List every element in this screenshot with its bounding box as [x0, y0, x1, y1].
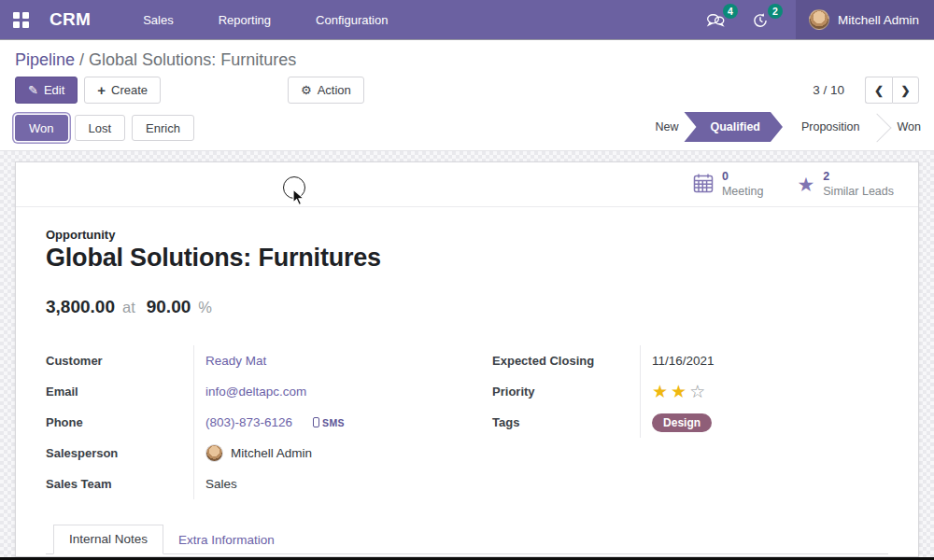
- percent-sign: %: [198, 299, 212, 316]
- priority-star-2[interactable]: ★: [671, 383, 686, 400]
- right-field-group: Expected Closing 11/16/2021 Priority ★ ★…: [492, 345, 888, 499]
- left-field-group: Customer Ready Mat Email info@deltapc.co…: [46, 345, 442, 499]
- similar-leads-label: Similar Leads: [823, 185, 894, 200]
- user-name: Mitchell Admin: [838, 13, 919, 27]
- phone-label: Phone: [46, 415, 193, 429]
- salesperson-row: Salesperson Mitchell Admin: [46, 438, 442, 469]
- messages-badge: 4: [723, 4, 738, 19]
- sms-button[interactable]: SMS: [313, 417, 345, 428]
- priority-label: Priority: [492, 385, 640, 399]
- tags-label: Tags: [492, 415, 640, 429]
- menu-reporting[interactable]: Reporting: [200, 2, 290, 38]
- customer-row: Customer Ready Mat: [46, 345, 442, 376]
- enrich-button[interactable]: Enrich: [132, 115, 194, 141]
- expected-revenue-value: 3,800.00: [46, 297, 115, 317]
- phone-row: Phone (803)-873-6126 SMS: [46, 407, 442, 438]
- opportunity-form-card: 0 Meeting ★ 2 Similar Leads Opportunity …: [15, 161, 919, 557]
- sales-team-row: Sales Team Sales: [46, 469, 442, 499]
- probability-value: 90.00: [147, 297, 191, 317]
- priority-row: Priority ★ ★ ☆: [492, 376, 888, 407]
- record-type-label: Opportunity: [46, 228, 888, 242]
- meeting-count: 0: [722, 170, 763, 185]
- expected-closing-label: Expected Closing: [492, 354, 640, 368]
- pager-previous-button[interactable]: ❮: [865, 77, 892, 104]
- lost-button[interactable]: Lost: [75, 115, 126, 141]
- pencil-icon: ✎: [28, 83, 38, 97]
- user-menu[interactable]: Mitchell Admin: [796, 0, 934, 39]
- phone-link[interactable]: (803)-873-6126: [205, 415, 292, 429]
- menu-sales[interactable]: Sales: [124, 2, 192, 38]
- plus-icon: +: [97, 82, 106, 98]
- priority-star-3[interactable]: ☆: [689, 383, 705, 400]
- tab-internal-notes[interactable]: Internal Notes: [53, 525, 163, 554]
- breadcrumb-separator: /: [75, 50, 89, 69]
- menu-configuration[interactable]: Configuration: [297, 2, 406, 38]
- salesperson-avatar: [205, 444, 223, 462]
- tag-design[interactable]: Design: [652, 413, 712, 432]
- tags-row: Tags Design: [492, 407, 888, 438]
- expected-revenue-row: 3,800.00 at 90.00 %: [46, 297, 888, 317]
- activities-badge: 2: [768, 4, 783, 19]
- messages-icon[interactable]: 4: [706, 9, 730, 30]
- meeting-stat-button[interactable]: 0 Meeting: [676, 162, 780, 206]
- email-label: Email: [46, 385, 193, 399]
- priority-star-1[interactable]: ★: [652, 383, 668, 400]
- email-link[interactable]: info@deltapc.com: [205, 385, 306, 399]
- similar-leads-count: 2: [823, 170, 894, 185]
- opportunity-title: Global Solutions: Furnitures: [46, 244, 888, 273]
- apps-grid-icon[interactable]: [13, 12, 29, 28]
- pager: 3 / 10 ❮ ❯: [813, 77, 919, 104]
- expected-closing-value[interactable]: 11/16/2021: [652, 354, 715, 368]
- breadcrumb-pipeline-link[interactable]: Pipeline: [15, 50, 75, 69]
- sales-team-label: Sales Team: [46, 477, 193, 491]
- action-button[interactable]: ⚙ Action: [288, 77, 364, 104]
- email-row: Email info@deltapc.com: [46, 376, 442, 407]
- mobile-phone-icon: [313, 417, 319, 427]
- customer-link[interactable]: Ready Mat: [205, 354, 266, 368]
- control-panel: Pipeline / Global Solutions: Furnitures …: [0, 39, 934, 151]
- similar-leads-stat-button[interactable]: ★ 2 Similar Leads: [780, 162, 911, 206]
- salesperson-value[interactable]: Mitchell Admin: [231, 446, 312, 460]
- at-label: at: [122, 299, 135, 316]
- stage-qualified[interactable]: Qualified: [684, 112, 782, 142]
- expected-closing-row: Expected Closing 11/16/2021: [492, 345, 888, 376]
- activities-icon[interactable]: 2: [751, 9, 775, 30]
- star-icon: ★: [797, 175, 814, 194]
- calendar-icon: [693, 173, 714, 197]
- pager-value: 3 / 10: [813, 83, 844, 97]
- breadcrumb: Pipeline / Global Solutions: Furnitures: [0, 39, 934, 70]
- salesperson-label: Salesperson: [46, 446, 193, 460]
- customer-label: Customer: [46, 354, 193, 368]
- form-sheet: Opportunity Global Solutions: Furnitures…: [16, 207, 918, 554]
- stage-proposition[interactable]: Proposition: [783, 112, 879, 142]
- stat-button-bar: 0 Meeting ★ 2 Similar Leads: [16, 162, 918, 207]
- user-avatar: [809, 9, 829, 30]
- gear-icon: ⚙: [301, 83, 312, 97]
- nav-menus: Sales Reporting Configuration: [124, 2, 406, 38]
- sales-team-value[interactable]: Sales: [205, 477, 237, 491]
- won-button[interactable]: Won: [15, 115, 68, 141]
- app-name[interactable]: CRM: [50, 9, 91, 30]
- top-navbar: CRM Sales Reporting Configuration 4 2 Mi…: [0, 0, 934, 39]
- stage-ribbon: New Qualified Proposition Won: [636, 112, 934, 142]
- notebook-tabs: Internal Notes Extra Information: [46, 524, 888, 554]
- create-button[interactable]: + Create: [84, 77, 161, 104]
- breadcrumb-current: Global Solutions: Furnitures: [89, 50, 296, 69]
- pager-next-button[interactable]: ❯: [892, 77, 919, 104]
- edit-button[interactable]: ✎ Edit: [15, 77, 78, 104]
- tab-extra-information[interactable]: Extra Information: [163, 526, 290, 554]
- meeting-label: Meeting: [722, 185, 763, 200]
